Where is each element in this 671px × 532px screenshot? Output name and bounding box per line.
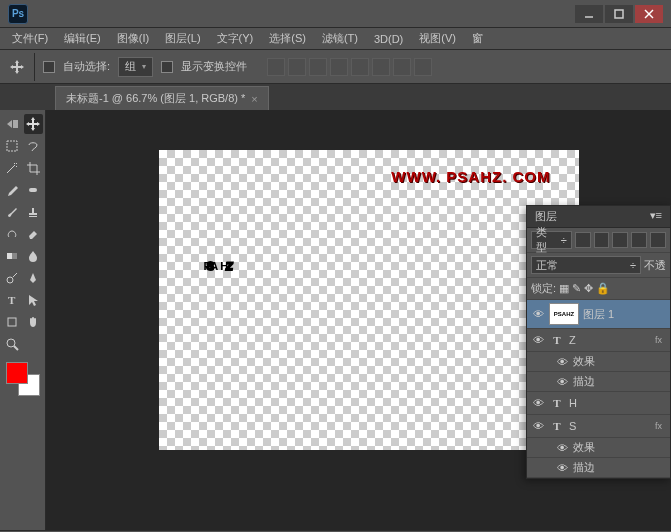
maximize-button[interactable] xyxy=(605,5,633,23)
eyedropper-tool[interactable] xyxy=(2,180,22,200)
show-transform-checkbox[interactable] xyxy=(161,61,173,73)
layer-name[interactable]: S xyxy=(569,420,576,432)
align-top-icon[interactable] xyxy=(267,58,285,76)
letter-z: Z xyxy=(225,260,229,272)
lock-pixels-icon[interactable]: ✎ xyxy=(572,282,581,295)
fx-stroke-row[interactable]: 👁 描边 xyxy=(527,458,670,478)
menu-window[interactable]: 窗 xyxy=(466,29,489,48)
marquee-tool[interactable] xyxy=(2,136,22,156)
menu-image[interactable]: 图像(I) xyxy=(111,29,155,48)
stamp-tool[interactable] xyxy=(24,202,44,222)
filter-smart-icon[interactable] xyxy=(650,232,666,248)
foreground-color[interactable] xyxy=(6,362,28,384)
minimize-button[interactable] xyxy=(575,5,603,23)
visibility-icon[interactable]: 👁 xyxy=(555,376,569,388)
menu-view[interactable]: 视图(V) xyxy=(413,29,462,48)
extra-tool[interactable] xyxy=(24,334,44,354)
distribute-h-icon[interactable] xyxy=(393,58,411,76)
visibility-icon[interactable]: 👁 xyxy=(531,420,545,432)
lasso-tool[interactable] xyxy=(24,136,44,156)
lock-position-icon[interactable]: ✥ xyxy=(584,282,593,295)
auto-select-checkbox[interactable] xyxy=(43,61,55,73)
align-right-icon[interactable] xyxy=(372,58,390,76)
dodge-tool[interactable] xyxy=(2,268,22,288)
close-tab-icon[interactable]: × xyxy=(251,93,257,105)
close-button[interactable] xyxy=(635,5,663,23)
gradient-tool[interactable] xyxy=(2,246,22,266)
tab-toggle-icon[interactable] xyxy=(2,114,22,134)
layer-row-s[interactable]: 👁 T S fx xyxy=(527,415,670,438)
panel-menu-icon[interactable]: ▾≡ xyxy=(650,209,662,224)
color-swatch[interactable] xyxy=(6,362,40,396)
filter-kind-label: 类型 xyxy=(536,225,558,255)
lock-transparent-icon[interactable]: ▦ xyxy=(559,282,569,295)
menu-type[interactable]: 文字(Y) xyxy=(211,29,260,48)
layers-panel[interactable]: 图层 ▾≡ 类型÷ 正常÷ 不透 锁定: ▦ ✎ ✥ 🔒 👁 PSAHZ 图层 … xyxy=(526,205,671,479)
layer-name[interactable]: H xyxy=(569,397,577,409)
path-select-tool[interactable] xyxy=(24,290,44,310)
fx-row[interactable]: 👁 效果 xyxy=(527,438,670,458)
type-tool[interactable]: T xyxy=(2,290,22,310)
pen-tool[interactable] xyxy=(24,268,44,288)
fx-stroke-row[interactable]: 👁 描边 xyxy=(527,372,670,392)
app-logo: Ps xyxy=(8,4,28,24)
visibility-icon[interactable]: 👁 xyxy=(531,308,545,320)
crop-tool[interactable] xyxy=(24,158,44,178)
document-tab[interactable]: 未标题-1 @ 66.7% (图层 1, RGB/8) * × xyxy=(55,86,269,110)
move-tool[interactable] xyxy=(24,114,44,134)
dropdown-value: 组 xyxy=(125,59,136,74)
filter-pixel-icon[interactable] xyxy=(575,232,591,248)
stroke-label: 描边 xyxy=(573,374,595,389)
hand-tool[interactable] xyxy=(24,312,44,332)
layer-row-layer1[interactable]: 👁 PSAHZ 图层 1 xyxy=(527,300,670,329)
zoom-tool[interactable] xyxy=(2,334,22,354)
menu-bar: 文件(F) 编辑(E) 图像(I) 图层(L) 文字(Y) 选择(S) 滤镜(T… xyxy=(0,28,671,50)
history-brush-tool[interactable] xyxy=(2,224,22,244)
menu-filter[interactable]: 滤镜(T) xyxy=(316,29,364,48)
blend-mode-dropdown[interactable]: 正常÷ xyxy=(531,256,641,274)
menu-edit[interactable]: 编辑(E) xyxy=(58,29,107,48)
heal-tool[interactable] xyxy=(24,180,44,200)
eraser-tool[interactable] xyxy=(24,224,44,244)
fx-badge[interactable]: fx xyxy=(655,335,666,345)
align-bottom-icon[interactable] xyxy=(309,58,327,76)
shape-tool[interactable] xyxy=(2,312,22,332)
layer-row-h[interactable]: 👁 T H xyxy=(527,392,670,415)
title-bar: Ps xyxy=(0,0,671,28)
visibility-icon[interactable]: 👁 xyxy=(555,442,569,454)
layer-name[interactable]: 图层 1 xyxy=(583,307,614,322)
lock-all-icon[interactable]: 🔒 xyxy=(596,282,610,295)
align-vcenter-icon[interactable] xyxy=(288,58,306,76)
filter-type-icon[interactable] xyxy=(612,232,628,248)
canvas-logo-text: P S A H Z xyxy=(204,260,229,272)
fx-row[interactable]: 👁 效果 xyxy=(527,352,670,372)
visibility-icon[interactable]: 👁 xyxy=(531,334,545,346)
distribute-v-icon[interactable] xyxy=(414,58,432,76)
svg-line-9 xyxy=(13,273,17,277)
align-hcenter-icon[interactable] xyxy=(351,58,369,76)
filter-shape-icon[interactable] xyxy=(631,232,647,248)
visibility-icon[interactable]: 👁 xyxy=(555,462,569,474)
visibility-icon[interactable]: 👁 xyxy=(531,397,545,409)
svg-rect-1 xyxy=(615,10,623,18)
menu-file[interactable]: 文件(F) xyxy=(6,29,54,48)
svg-rect-5 xyxy=(29,188,37,192)
menu-select[interactable]: 选择(S) xyxy=(263,29,312,48)
layer-thumbnail[interactable]: PSAHZ xyxy=(549,303,579,325)
menu-layer[interactable]: 图层(L) xyxy=(159,29,206,48)
menu-3d[interactable]: 3D(D) xyxy=(368,31,409,47)
canvas[interactable]: WWW. PSAHZ. COM P S A H Z xyxy=(159,150,579,450)
layer-row-z[interactable]: 👁 T Z fx xyxy=(527,329,670,352)
blur-tool[interactable] xyxy=(24,246,44,266)
visibility-icon[interactable]: 👁 xyxy=(555,356,569,368)
align-left-icon[interactable] xyxy=(330,58,348,76)
layer-name[interactable]: Z xyxy=(569,334,576,346)
brush-tool[interactable] xyxy=(2,202,22,222)
letter-h: H xyxy=(220,260,224,272)
fx-badge[interactable]: fx xyxy=(655,421,666,431)
filter-kind-dropdown[interactable]: 类型÷ xyxy=(531,231,572,249)
chevron-down-icon: ÷ xyxy=(630,259,636,271)
wand-tool[interactable] xyxy=(2,158,22,178)
auto-select-dropdown[interactable]: 组 ▾ xyxy=(118,57,153,77)
filter-adjust-icon[interactable] xyxy=(594,232,610,248)
